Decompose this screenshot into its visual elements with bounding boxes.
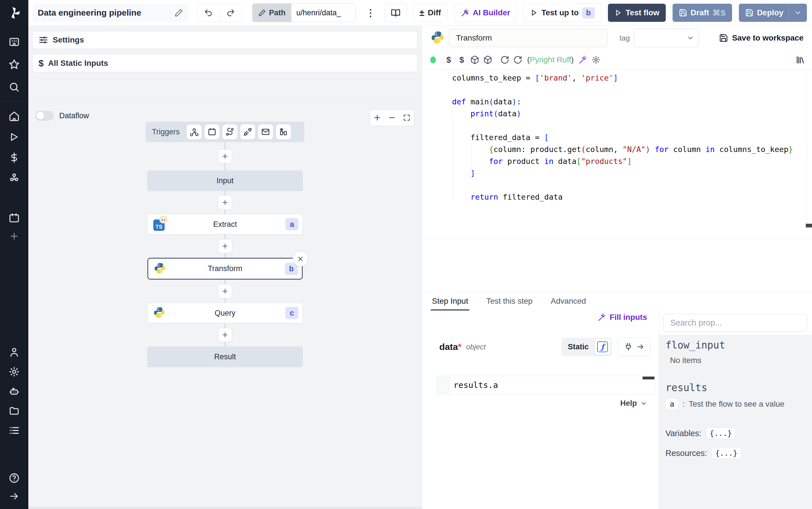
path-label-section[interactable]: Path	[253, 4, 291, 22]
tab-advanced[interactable]: Advanced	[550, 292, 587, 310]
schedules-icon[interactable]	[8, 211, 21, 225]
test-up-to-button[interactable]: Test up to b	[523, 3, 601, 22]
test-flow-button[interactable]: Test flow	[608, 4, 665, 22]
tab-step-input[interactable]: Step Input	[431, 292, 469, 310]
variables-value-badge[interactable]: {...}	[706, 428, 736, 439]
expression-editor[interactable]: results.a	[437, 376, 655, 395]
workspace-icon[interactable]	[8, 35, 21, 48]
users-icon[interactable]	[8, 346, 21, 359]
insert-step-button[interactable]	[218, 328, 232, 342]
result-node[interactable]: Result	[147, 346, 303, 367]
step-name-input[interactable]	[449, 29, 607, 47]
variable-picker-icon[interactable]: $	[442, 53, 455, 66]
schedule-icon[interactable]	[205, 125, 219, 139]
insert-step-button[interactable]	[218, 149, 232, 163]
connect-input-buttons[interactable]	[618, 337, 651, 356]
ai-builder-button[interactable]: AI Builder	[454, 3, 517, 22]
save-icon	[679, 8, 687, 17]
help-dropdown[interactable]: Help	[620, 399, 647, 408]
workers-icon[interactable]	[8, 385, 21, 398]
input-mode-toggle[interactable]: Static ƒ	[561, 338, 612, 356]
code-line	[452, 84, 812, 96]
editor-hscrollbar-thumb[interactable]	[806, 224, 812, 228]
insert-step-button[interactable]	[218, 195, 232, 209]
chevron-down-icon	[794, 9, 802, 17]
zoom-out-button[interactable]	[384, 110, 399, 126]
draft-button[interactable]: Draft ⌘S	[672, 4, 732, 22]
variable-add-icon[interactable]: $	[455, 53, 468, 66]
step-header: tag Save to workspace	[422, 26, 812, 50]
flow-title-box[interactable]: Data engineering pipeline	[33, 4, 188, 22]
windmill-logo[interactable]	[0, 0, 28, 26]
logs-icon[interactable]	[8, 424, 21, 437]
transform-node-selected[interactable]: Transform b	[147, 258, 303, 280]
runs-icon[interactable]	[8, 130, 21, 143]
book-icon	[391, 8, 401, 18]
triggers-node[interactable]: Triggers	[146, 122, 304, 142]
save-to-workspace-button[interactable]: Save to workspace	[719, 33, 804, 42]
resources-value-badge[interactable]: {...}	[712, 447, 741, 459]
poll-icon[interactable]	[276, 125, 291, 139]
code-lines[interactable]: columns_to_keep = ['brand', 'price'] def…	[422, 70, 812, 203]
path-chip[interactable]: Path u/henri/data_	[252, 3, 356, 22]
code-editor[interactable]: columns_to_keep = ['brand', 'price'] def…	[422, 69, 812, 228]
code-line: for product in data["products"]	[452, 156, 812, 167]
library-icon[interactable]	[796, 55, 805, 65]
path-value[interactable]: u/henri/data_	[291, 4, 356, 22]
deploy-dropdown-button[interactable]	[788, 4, 807, 22]
close-step-button[interactable]	[293, 251, 308, 267]
left-sidebar	[0, 0, 28, 509]
settings-icon[interactable]	[8, 365, 21, 378]
redo-button[interactable]	[219, 4, 242, 22]
undo-button[interactable]	[197, 4, 219, 22]
insert-step-button[interactable]	[218, 284, 232, 298]
reload-icon[interactable]	[498, 53, 511, 66]
websocket-icon[interactable]	[241, 125, 255, 139]
flow-input-section[interactable]: flow_input	[665, 339, 812, 351]
expression-value[interactable]: results.a	[449, 380, 498, 390]
fill-inputs-button[interactable]: Fill inputs	[598, 313, 647, 322]
expand-icon[interactable]	[8, 490, 21, 503]
docs-button[interactable]	[384, 3, 407, 22]
all-static-inputs-row[interactable]: $ All Static Inputs	[33, 55, 417, 72]
assistants-status[interactable]: (Pyright Ruff)	[527, 55, 574, 64]
function-icon: ƒ	[597, 341, 608, 352]
add-icon[interactable]	[8, 230, 21, 243]
reset-icon[interactable]	[511, 53, 524, 66]
result-key-badge[interactable]: a	[665, 398, 678, 409]
edit-title-icon[interactable]	[174, 8, 183, 17]
input-node[interactable]: Input	[147, 170, 303, 191]
help-icon[interactable]	[8, 472, 21, 485]
ai-wand-icon[interactable]	[577, 53, 590, 66]
search-prop-input[interactable]	[663, 314, 807, 332]
fit-view-button[interactable]	[399, 110, 414, 126]
home-icon[interactable]	[8, 110, 21, 123]
resources-icon[interactable]	[8, 172, 21, 185]
dataflow-toggle[interactable]	[35, 111, 53, 121]
flow-settings-row[interactable]: Settings	[33, 31, 417, 49]
email-icon[interactable]	[258, 125, 273, 139]
star-icon[interactable]	[8, 58, 21, 71]
query-node[interactable]: Query c	[147, 303, 303, 323]
code-line: columns_to_keep = ['brand', 'price']	[452, 72, 812, 84]
extract-node[interactable]: TS Extract a	[147, 214, 303, 235]
variables-icon[interactable]	[8, 151, 21, 164]
resource-picker-icon[interactable]	[468, 53, 481, 66]
more-menu-button[interactable]: ⋮	[364, 7, 377, 19]
tag-select[interactable]	[634, 29, 699, 47]
resource-add-icon[interactable]	[481, 53, 494, 66]
static-mode-label[interactable]: Static	[568, 343, 589, 351]
results-section[interactable]: results	[665, 382, 812, 393]
folders-icon[interactable]	[8, 404, 21, 417]
zoom-in-button[interactable]	[370, 110, 384, 126]
javascript-expression-mode-button[interactable]: ƒ	[594, 339, 611, 355]
editor-settings-icon[interactable]	[590, 53, 602, 66]
search-icon[interactable]	[8, 80, 21, 94]
deploy-button[interactable]: Deploy	[739, 4, 807, 22]
route-icon[interactable]	[222, 125, 237, 139]
resources-row: Resources: {...}	[665, 447, 812, 459]
insert-step-button[interactable]	[218, 239, 232, 253]
diff-button[interactable]: ± Diff	[413, 3, 447, 22]
tab-test-this-step[interactable]: Test this step	[485, 292, 534, 310]
webhook-icon[interactable]	[187, 125, 201, 139]
